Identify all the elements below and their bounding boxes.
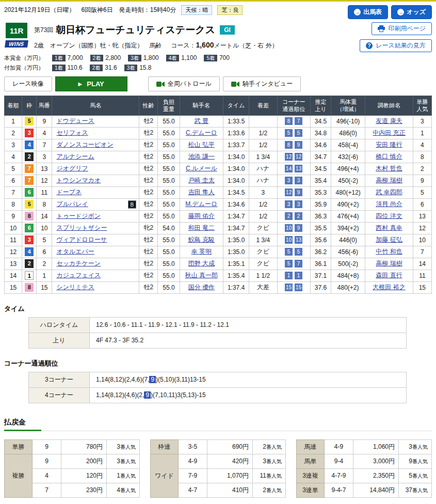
popularity-rank: 2 [263,443,266,450]
jockey-name-link[interactable]: M.デムーロ [185,200,217,208]
finish-time: 1:37.4 [223,281,249,293]
trainer-name-link[interactable]: 須貝 尚介 [376,200,402,208]
prize-rank-badge: 2着 [90,65,103,71]
horse-name-link[interactable]: セリフォス [56,129,88,136]
jockey-name-link[interactable]: 池添 謙一 [188,153,215,160]
jockey-cell: 和田 竜二 [180,222,223,234]
race-video-button[interactable]: レース映像 [4,76,52,91]
jockey-name-link[interactable]: 松山 弘平 [188,141,215,148]
result-guide-button[interactable]: ? レース結果の見方 [360,39,432,52]
horse-name-link[interactable]: トゥードジボン [56,212,101,219]
waku-cell: 8 [22,281,37,293]
jockey-name-link[interactable]: 団野 大成 [188,260,215,267]
jockey-name-link[interactable]: 国分 優作 [188,284,215,291]
corner-order-cell: 1413 [277,163,310,175]
trainer-name-link[interactable]: 武 幸四郎 [376,188,402,196]
jockey-name-link[interactable]: 和田 竜二 [188,224,215,231]
bet-type-label: 単勝 [5,439,33,454]
main-prize-line: 本賞金（万円）1着7,0002着2,8003着1,8004着1,1005着700 [4,54,432,62]
trainer-name-link[interactable]: 高柳 瑞樹 [376,260,402,267]
race-number-badge: 11R [6,23,27,38]
corner-position-chip: 9 [295,141,302,149]
jockey-name-link[interactable]: 武 豊 [195,117,208,124]
popularity-rank: 1 [117,472,120,479]
corner-position-chip: 1 [295,272,302,279]
popularity-suffix: 番人気 [120,444,136,450]
jockey-name-link[interactable]: 藤岡 佑介 [188,212,215,219]
patrol-video-label: 全周パトロール [168,80,212,88]
horse-name-link[interactable]: ドーブネ [56,188,82,196]
corner-position-chip: 10 [285,236,293,244]
last-3f: 34.5 [310,115,331,127]
corner-order-cell: 1515 [277,281,310,293]
carried-weight: 55.0 [158,139,180,151]
play-button[interactable]: ▶PLAY [55,76,127,91]
trainer-name-link[interactable]: 加藤 征弘 [376,236,402,243]
video-button-row: レース映像 ▶PLAY 全周パトロール 騎手インタビュー [4,76,432,91]
last-3f: 36.2 [310,246,331,258]
horse-name-link[interactable]: オタルエバー [56,248,94,255]
horse-name-link[interactable]: ドウデュース [56,117,94,124]
jockey-cell: C.デムーロ [180,127,223,139]
win-favorite-rank: 10 [413,234,431,246]
horse-name-link[interactable]: シンリミテス [56,284,94,291]
odds-button[interactable]: →オッズ [391,5,432,19]
corner-order-cell: 1212 [277,151,310,163]
shutsuba-button-label: 出馬表 [363,8,382,17]
trainer-cell: 大根田 裕之 [365,281,413,293]
corner-position-chip: 5 [295,129,302,137]
jockey-name-link[interactable]: 秋山 真一郎 [185,272,218,279]
jockey-name-link[interactable]: 吉田 隼人 [188,188,215,196]
horse-weight: 496(+4) [331,163,365,175]
payout-amount: 1,070円 [207,468,253,483]
print-page-button[interactable]: 印刷用ページ [372,22,432,35]
jockey-name-link[interactable]: 戸崎 圭太 [188,177,215,184]
trainer-name-link[interactable]: 中内田 充正 [373,129,405,136]
horse-name-link[interactable]: セッカチケーン [56,260,101,267]
horse-name-link[interactable]: アルナシーム [56,153,94,160]
jockey-interview-button[interactable]: 騎手インタビュー [223,76,301,91]
trainer-name-link[interactable]: 高柳 瑞樹 [376,177,402,184]
trainer-name-link[interactable]: 安田 隆行 [376,141,402,148]
popularity-cell: 2番人気 [253,439,286,454]
horse-name-link[interactable]: ジオグリフ [56,165,88,172]
patrol-video-button[interactable]: 全周パトロール [148,76,220,91]
results-column-header-5: 負担 重量 [158,96,180,116]
corner-section-title: コーナー通過順位 [4,359,436,368]
sex-age: 牡2 [139,163,158,175]
margin: 1/2 [249,139,277,151]
trainer-name-link[interactable]: 友道 康夫 [376,117,402,124]
jockey-name-link[interactable]: 鮫島 克駿 [188,236,215,243]
horse-name-link[interactable]: ダノンスコーピオン [56,141,113,148]
finish-position: 13 [5,258,22,270]
popularity-suffix: 番人気 [412,444,428,450]
shutsuba-button[interactable]: →出馬表 [348,5,388,19]
jockey-name-link[interactable]: C.ルメール [186,165,217,172]
horse-name-link[interactable]: スプリットザシー [56,224,107,231]
trainer-name-link[interactable]: 橋口 慎介 [376,153,402,160]
payout-amount: 420円 [207,454,253,468]
last-3f: 35.4 [310,175,331,186]
trainer-name-link[interactable]: 大根田 裕之 [373,284,405,291]
trainer-name-link[interactable]: 中竹 和也 [376,248,402,255]
corner-position-chip: 3 [295,177,302,184]
trainer-name-link[interactable]: 森田 直行 [376,272,402,279]
horse-name-link[interactable]: トウシンマカオ [56,177,101,184]
sex-age: 牡2 [139,210,158,222]
corner4-row: 4コーナー 1,14(8,12)(4,6)(2,9)(7,10,11)3(5,1… [29,387,407,403]
popularity-rank: 3 [263,458,266,465]
sex-age: 牡2 [139,198,158,210]
jockey-name-link[interactable]: 幸 英明 [191,248,212,255]
trainer-name-link[interactable]: 四位 洋文 [376,212,402,219]
payout-amount: 780円 [61,439,107,454]
trainer-name-link[interactable]: 西村 真幸 [376,224,402,231]
horse-name-link[interactable]: カジュフェイス [56,272,101,279]
corner-order-cell: 33 [277,175,310,186]
trainer-name-link[interactable]: 木村 哲也 [376,165,402,172]
horse-name-link[interactable]: プルパレイ [56,200,88,208]
results-column-header-7: タイム [223,96,249,116]
horse-name-link[interactable]: ヴィアドロローサ [56,236,107,243]
jockey-name-link[interactable]: C.デムーロ [186,129,217,136]
carried-weight: 55.0 [158,210,180,222]
popularity-rank: 37 [406,486,412,494]
